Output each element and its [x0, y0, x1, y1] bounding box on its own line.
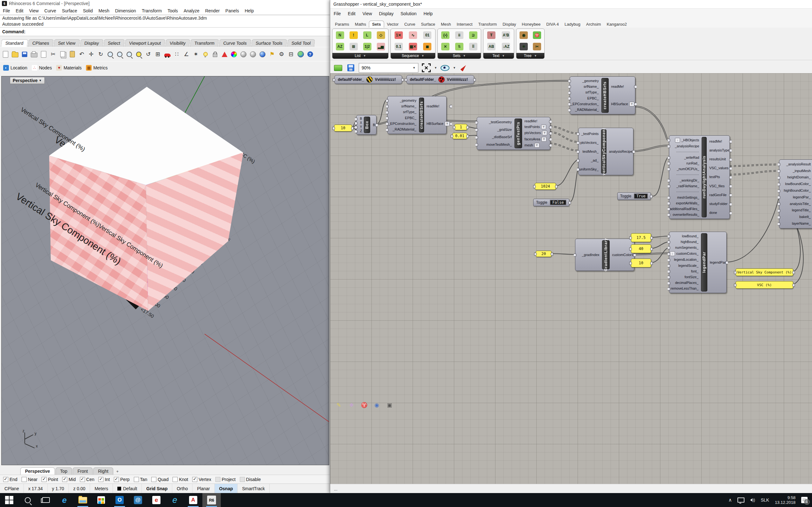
category-tab-archsim[interactable]: Archsim [583, 21, 604, 27]
status-smarttrack[interactable]: SmartTrack [238, 484, 270, 493]
status-grid-snap[interactable]: Grid Snap [142, 484, 172, 493]
edit-file-icon[interactable] [39, 50, 48, 59]
text-fragment-icon[interactable]: Ŧ [487, 32, 496, 39]
autosave-icon[interactable]: ▣ [385, 400, 394, 410]
input-port-analysistitle[interactable]: analysisTitle_ [780, 202, 812, 206]
menu-item-view[interactable]: View [359, 10, 375, 17]
checkbox-cen[interactable] [80, 477, 85, 482]
zoom-dynamic-icon[interactable] [106, 50, 114, 59]
edge-app[interactable]: e [55, 493, 73, 507]
zoom-extents-icon[interactable] [135, 50, 143, 59]
input-port-inputmesh[interactable]: _inputMesh [780, 169, 812, 173]
gh-component-box[interactable]: BXYZ Box B [356, 115, 376, 135]
status-z-0-00[interactable]: z 0.00 [69, 484, 90, 493]
compass-icon[interactable]: ◉ [372, 400, 382, 410]
color-wheel-icon[interactable] [230, 50, 238, 59]
input-port-exportairwalls[interactable]: exportAirWalls_ [670, 201, 701, 205]
toolbar-tab-display[interactable]: Display [80, 39, 103, 47]
gh-panel-cpus[interactable]: 1024 [535, 183, 556, 190]
toolbar-tab-viewport-layout[interactable]: Viewport Layout [124, 39, 165, 47]
input-port-srftype[interactable]: srfType_ [571, 90, 600, 95]
command-history[interactable]: Autosaving file as C:\Users\milan\AppDat… [0, 15, 330, 27]
input-port-radfilename[interactable]: _radFileName_ [670, 184, 701, 188]
checkbox-tan[interactable] [134, 477, 139, 482]
status-osnap[interactable]: Osnap [215, 484, 238, 493]
status-x-17-34[interactable]: x 17.34 [24, 484, 48, 493]
gh-panel-low-bound[interactable]: 17.5 [631, 233, 651, 242]
output-port-hbsurface[interactable]: HBSurfaceY [425, 121, 450, 126]
graft-icon[interactable]: Y [541, 124, 546, 129]
gh-component-createHBSrfs-2[interactable]: _geometrysrfName_srfType_EPBC__EPConstru… [570, 76, 635, 114]
grasshopper-canvas[interactable]: defaultFolder_ Vviiiiiiiiizzz! defaultFo… [330, 73, 812, 484]
output-port-readme[interactable]: readMe! [610, 84, 635, 89]
gh-toggle-true[interactable]: Toggle True [617, 192, 651, 200]
menu-item-dimension[interactable]: Dimension [112, 8, 139, 14]
input-port-[interactable]: ------------------ [670, 150, 701, 154]
create-set-icon[interactable]: {•} [441, 32, 450, 39]
marker-pen-icon[interactable] [459, 63, 468, 72]
input-port-highboundcolor[interactable]: highBoundColor_ [780, 188, 812, 193]
input-port-analysisresult[interactable]: _analysisResult [780, 162, 812, 166]
input-port-writerad[interactable]: _writeRad [670, 156, 701, 160]
checkbox-int[interactable] [98, 477, 103, 482]
toolbar-tab-solid-tool[interactable]: Solid Tool [287, 39, 315, 47]
add-viewport-tab[interactable]: + [114, 468, 121, 475]
input-port-srfname[interactable]: srfName_ [571, 84, 600, 89]
language-indicator[interactable]: SLK [761, 498, 769, 503]
input-port-epbc[interactable]: EPBC_ [571, 96, 600, 101]
input-port-meshsettings[interactable]: meshSettings_ [670, 195, 701, 200]
elaunch-app[interactable]: e [147, 493, 165, 507]
toolbar-tab-cplanes[interactable]: CPlanes [28, 39, 54, 47]
input-port-radmaterial[interactable]: _RADMaterial_ [571, 108, 600, 112]
graft-icon[interactable]: Y [535, 143, 540, 148]
osnap-mid[interactable]: Mid [62, 477, 76, 482]
toolbar-tab-standard[interactable]: Standard [1, 39, 28, 47]
menu-item-analyze[interactable]: Analyze [181, 8, 202, 14]
output-port-studyfolder[interactable]: studyFolder [708, 202, 729, 206]
category-tab-maths[interactable]: Maths [352, 21, 369, 27]
input-port-testmesh[interactable]: testMesh_ [579, 150, 600, 154]
toggle-value[interactable]: True [634, 193, 648, 199]
input-port-bakeit[interactable]: bakeIt_ [780, 215, 812, 219]
output-port-vscfiles[interactable]: VSC_files [708, 184, 729, 188]
tree-palm-icon[interactable]: ✳ [519, 43, 528, 50]
perspective-viewport[interactable]: Vertical Sky Component (%) 40.00<37.5035… [1, 76, 329, 465]
zoom-extents-icon[interactable]: ✕ [421, 63, 431, 72]
output-port-analysistype[interactable]: analysisType [708, 148, 729, 153]
paste-icon[interactable] [68, 50, 77, 59]
gh-component-gradientLibrary[interactable]: _gradIndex GradientLibrary customColors [575, 239, 635, 271]
output-port-facesarea[interactable]: facesAreaY [523, 137, 549, 142]
sketch-icon[interactable]: ✎ [334, 400, 344, 410]
menu-item-solid[interactable]: Solid [80, 8, 96, 14]
panel-button-materials[interactable]: ▼Materials [56, 65, 82, 71]
chevron-down-icon[interactable]: ▼ [453, 66, 456, 69]
input-port-x[interactable]: X [357, 121, 363, 125]
chevron-down-icon[interactable]: ▼ [434, 66, 437, 69]
input-port-geometry[interactable]: _geometry [571, 79, 600, 83]
input-port-heightdomain[interactable]: heightDomain_ [780, 175, 812, 179]
menu-item-render[interactable]: Render [202, 8, 223, 14]
notification-center-icon[interactable]: 1 [801, 497, 808, 503]
palette-icon[interactable]: ❖ [347, 400, 356, 410]
status-default[interactable]: Default [113, 484, 142, 493]
status-cplane[interactable]: CPlane [0, 484, 24, 493]
category-tab-mesh[interactable]: Mesh [438, 21, 454, 27]
ribbon-group-label[interactable]: Text▼ [484, 53, 514, 59]
toolbar-tab-curve-tools[interactable]: Curve Tools [219, 39, 251, 47]
member-index-icon[interactable]: ii [455, 32, 463, 39]
input-port-movetestmesh[interactable]: moveTestMesh_ [478, 143, 513, 147]
gh-slider-gradient-index[interactable]: 20 [536, 250, 552, 257]
gh-param-default-folder-honeybee[interactable]: defaultFolder_ Vviiiiiiiiizzz! [334, 75, 402, 84]
input-port-legendtitle[interactable]: legendTitle_ [780, 208, 812, 212]
menu-item-transform[interactable]: Transform [139, 8, 165, 14]
output-port-ptsvectors[interactable]: ptsVectorsY [523, 130, 549, 135]
output-port-analysisrecipe[interactable]: analysisRecipe [607, 150, 632, 154]
flatten-icon[interactable]: ↓ [675, 138, 680, 143]
menu-item-mesh[interactable]: Mesh [96, 8, 112, 14]
mail-at-app[interactable]: @ [129, 493, 147, 507]
four-viewports-icon[interactable]: ⊞ [154, 50, 162, 59]
osnap-quad[interactable]: Quad [151, 477, 168, 482]
input-port-z[interactable]: Z [357, 129, 363, 133]
grasshopper-title-bar[interactable]: Grasshopper - vertical_sky_component_box… [330, 0, 812, 9]
toolbar-tab-transform[interactable]: Transform [190, 39, 219, 47]
